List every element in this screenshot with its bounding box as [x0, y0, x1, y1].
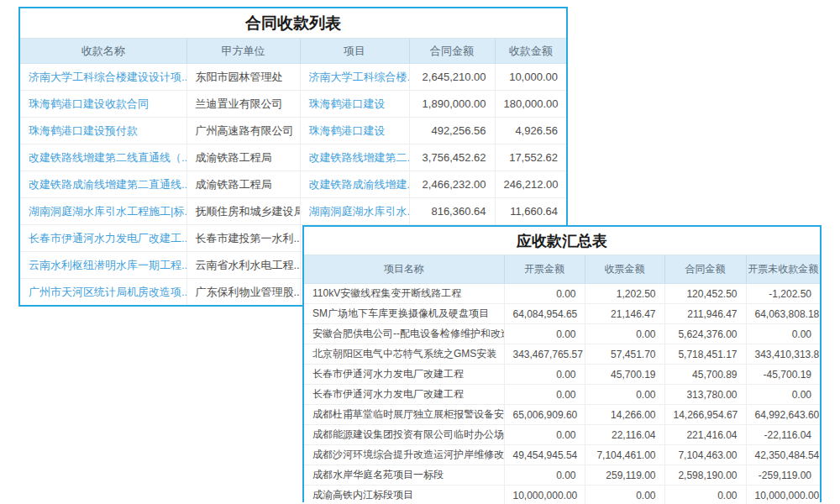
invoice-amount-cell: 0.00: [504, 284, 585, 304]
party-unit-cell: 抚顺住房和城乡建设局: [186, 198, 300, 225]
invoiced-unpaid-amount-cell: -1,202.50: [746, 284, 820, 304]
receipt-name-cell: 改建铁路成渝线增建第二直通线...: [20, 171, 186, 198]
project-link[interactable]: 改建铁路成渝线增建...: [309, 178, 410, 191]
invoice-amount-cell: 0.00: [504, 425, 585, 445]
invoiced-unpaid-amount-cell: -259,119.00: [746, 465, 820, 486]
receipt-name-cell: 长春市伊通河水力发电厂改建工...: [20, 225, 186, 252]
project-name-cell: 成都水岸华庭名苑项目一标段: [304, 465, 504, 486]
invoiced-unpaid-amount-cell: -22,116.04: [746, 425, 820, 445]
project-link[interactable]: 济南大学工科综合楼...: [309, 71, 410, 83]
project-cell: 珠海鹤港口建设: [300, 91, 409, 118]
project-cell: 珠海鹤港口建设: [300, 118, 409, 144]
invoice-amount-cell: 10,000,000.00: [504, 486, 585, 504]
receipt-amount-cell: 7,104,461.00: [585, 445, 664, 465]
table-row: 珠海鹤港口建设收款合同兰迪置业有限公司珠海鹤港口建设1,890,000.0018…: [20, 91, 566, 118]
table-row: 济南大学工科综合楼建设设计项...东阳市园林管理处济南大学工科综合楼...2,6…: [20, 64, 566, 91]
receipt-name-cell: 云南水利枢纽潜明水库一期工程...: [20, 252, 186, 279]
receipt-name-cell: 珠海鹤港口建设预付款: [20, 118, 186, 144]
contract-amount-cell: 14,266,954.67: [664, 405, 746, 425]
col-header-invoice-amount: 开票金额: [504, 255, 585, 284]
table-row: SM广场地下车库更换摄像机及硬盘项目64,084,954.6521,146.47…: [304, 304, 820, 324]
receipt-name-cell: 改建铁路线增建第二线直通线（...: [20, 144, 186, 171]
receipt-name-link[interactable]: 长春市伊通河水力发电厂改建工...: [29, 232, 186, 244]
project-link[interactable]: 湖南洞庭湖水库引水...: [309, 205, 410, 218]
table-row: 长春市伊通河水力发电厂改建工程0.000.00313,780.000.00: [304, 385, 820, 405]
contract-amount-cell: 5,718,451.17: [664, 344, 746, 365]
received-amount-cell: 17,552.62: [495, 144, 566, 171]
contract-amount-cell: 7,104,463.00: [664, 445, 746, 465]
contract-amount-cell: 45,700.89: [664, 365, 746, 385]
col-header-receipt-amount: 收票金额: [585, 255, 664, 284]
table-row: 成都能源建设集团投资有限公司临时办公场所...0.0022,116.04221,…: [304, 425, 820, 445]
project-cell: 济南大学工科综合楼...: [300, 64, 409, 91]
received-amount-cell: 180,000.00: [495, 91, 566, 118]
project-cell: 湖南洞庭湖水库引水...: [300, 198, 409, 225]
receipt-name-link[interactable]: 济南大学工科综合楼建设设计项...: [29, 71, 186, 83]
contract-receipts-title: 合同收款列表: [20, 8, 566, 39]
table-row: 改建铁路线增建第二线直通线（...成渝铁路工程局改建铁路线增建第二...3,75…: [20, 144, 566, 171]
table-row: 北京朝阳区电气中芯特气系统之GMS安装343,467,765.5757,451.…: [304, 344, 820, 365]
party-unit-cell: 成渝铁路工程局: [186, 144, 300, 171]
invoiced-unpaid-amount-cell: 10,000,000.00: [746, 486, 820, 504]
received-amount-cell: 4,926.56: [495, 118, 566, 144]
invoice-amount-cell: 0.00: [504, 465, 585, 486]
receipt-name-link[interactable]: 改建铁路线增建第二线直通线（...: [29, 151, 186, 164]
contract-amount-cell: 816,360.64: [409, 198, 495, 225]
invoiced-unpaid-amount-cell: 64,063,808.18: [746, 304, 820, 324]
receipt-name-link[interactable]: 湖南洞庭湖水库引水工程施工|标...: [29, 205, 186, 218]
receipt-name-link[interactable]: 珠海鹤港口建设收款合同: [29, 97, 149, 110]
party-unit-cell: 广东保利物业管理股...: [186, 279, 300, 306]
contract-amount-cell: 2,598,190.00: [664, 465, 746, 486]
contract-amount-cell: 211,946.47: [664, 304, 746, 324]
table-row: 珠海鹤港口建设预付款广州高速路有限公司珠海鹤港口建设492,256.564,92…: [20, 118, 566, 144]
receipt-amount-cell: 45,700.19: [585, 365, 664, 385]
invoice-amount-cell: 65,006,909.60: [504, 405, 585, 425]
receivables-summary-title: 应收款汇总表: [304, 227, 820, 255]
receipt-name-cell: 珠海鹤港口建设收款合同: [20, 91, 186, 118]
table-row: 长春市伊通河水力发电厂改建工程0.0045,700.1945,700.89-45…: [304, 365, 820, 385]
receipt-name-link[interactable]: 云南水利枢纽潜明水库一期工程...: [29, 259, 186, 271]
contract-amount-cell: 1,890,000.00: [409, 91, 495, 118]
col-header-contract-amount-2: 合同金额: [664, 255, 746, 284]
party-unit-cell: 东阳市园林管理处: [186, 64, 300, 91]
receipt-name-link[interactable]: 珠海鹤港口建设预付款: [29, 124, 138, 137]
table-row: 安徽合肥供电公司--配电设备检修维护和改造0.000.005,624,376.0…: [304, 324, 820, 344]
contract-amount-cell: 5,624,376.00: [664, 324, 746, 344]
receipt-name-link[interactable]: 改建铁路成渝线增建第二直通线...: [29, 178, 186, 191]
project-name-cell: 北京朝阳区电气中芯特气系统之GMS安装: [304, 344, 504, 365]
invoiced-unpaid-amount-cell: 42,350,484.54: [746, 445, 820, 465]
receipt-amount-cell: 57,451.70: [585, 344, 664, 365]
received-amount-cell: 10,000.00: [495, 64, 566, 91]
contract-amount-cell: 313,780.00: [664, 385, 746, 405]
project-link[interactable]: 珠海鹤港口建设: [309, 97, 386, 110]
receipt-amount-cell: 0.00: [585, 324, 664, 344]
receipt-name-link[interactable]: 广州市天河区统计局机房改造项...: [29, 286, 186, 298]
col-header-project-name: 项目名称: [304, 255, 504, 284]
project-name-cell: 成都沙河环境综合提升改造运河护岸维修改造: [304, 445, 504, 465]
invoiced-unpaid-amount-cell: 0.00: [746, 385, 820, 405]
receipt-name-cell: 济南大学工科综合楼建设设计项...: [20, 64, 186, 91]
project-name-cell: 110kV安徽线程集变开断线路工程: [304, 284, 504, 304]
receivables-summary-panel: 应收款汇总表 项目名称 开票金额 收票金额 合同金额 开票未收款金额 110kV…: [302, 225, 822, 502]
invoice-amount-cell: 0.00: [504, 365, 585, 385]
col-header-received-amount: 收款金额: [495, 39, 566, 64]
invoiced-unpaid-amount-cell: 64,992,643.60: [746, 405, 820, 425]
contract-amount-cell: 221,416.04: [664, 425, 746, 445]
table-row: 湖南洞庭湖水库引水工程施工|标...抚顺住房和城乡建设局湖南洞庭湖水库引水...…: [20, 198, 566, 225]
table-row: 成都水岸华庭名苑项目一标段0.00259,119.002,598,190.00-…: [304, 465, 820, 486]
project-link[interactable]: 珠海鹤港口建设: [309, 124, 386, 137]
table-row: 改建铁路成渝线增建第二直通线...成渝铁路工程局改建铁路成渝线增建...2,46…: [20, 171, 566, 198]
receipt-amount-cell: 22,116.04: [585, 425, 664, 445]
contract-amount-cell: 3,756,452.62: [409, 144, 495, 171]
project-name-cell: 成都能源建设集团投资有限公司临时办公场所...: [304, 425, 504, 445]
invoiced-unpaid-amount-cell: 343,410,313.87: [746, 344, 820, 365]
col-header-party: 甲方单位: [186, 39, 300, 64]
party-unit-cell: 成渝铁路工程局: [186, 171, 300, 198]
receipt-amount-cell: 21,146.47: [585, 304, 664, 324]
received-amount-cell: 11,660.64: [495, 198, 566, 225]
project-name-cell: 安徽合肥供电公司--配电设备检修维护和改造: [304, 324, 504, 344]
project-cell: 改建铁路成渝线增建...: [300, 171, 409, 198]
invoice-amount-cell: 64,084,954.65: [504, 304, 585, 324]
project-link[interactable]: 改建铁路线增建第二...: [309, 151, 410, 164]
project-name-cell: 长春市伊通河水力发电厂改建工程: [304, 365, 504, 385]
